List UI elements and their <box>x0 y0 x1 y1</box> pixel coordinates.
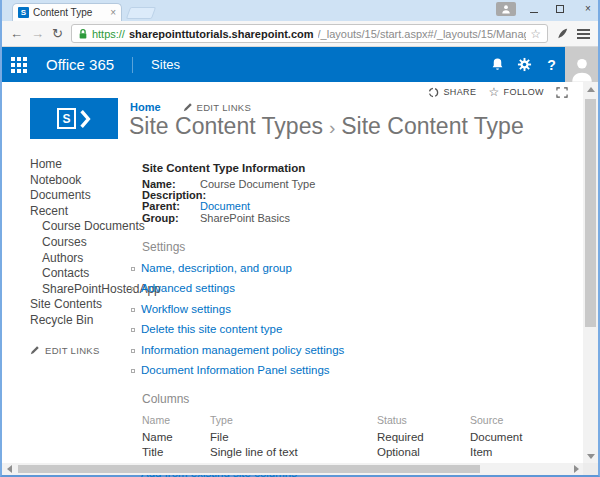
scrollbar-corner <box>583 463 598 475</box>
square-bullet-icon <box>131 267 135 271</box>
settings-heading: Settings <box>142 240 562 254</box>
sidebar-item-recycle-bin[interactable]: Recycle Bin <box>30 313 138 329</box>
breadcrumb: Home EDIT LINKS <box>130 101 251 113</box>
page-title-current: Site Content Type <box>341 113 523 139</box>
column-name-link[interactable]: Title <box>142 447 210 463</box>
settings-link-information-policy[interactable]: Information management policy settings <box>141 345 344 357</box>
page-title-parent[interactable]: Site Content Types <box>129 113 323 139</box>
vertical-scrollbar[interactable] <box>583 82 598 463</box>
page-title: Site Content Types›Site Content Type <box>129 113 524 140</box>
sidebar-item-site-contents[interactable]: Site Contents <box>30 297 138 313</box>
chevron-right-icon <box>79 110 91 128</box>
column-source-link[interactable]: Item <box>470 447 562 463</box>
sidebar-item-authors[interactable]: Authors <box>30 251 138 267</box>
site-logo[interactable]: S <box>30 98 118 139</box>
breadcrumb-home-link[interactable]: Home <box>130 101 161 113</box>
share-button[interactable]: SHARE <box>428 87 476 98</box>
horizontal-scrollbar[interactable] <box>2 463 583 475</box>
account-avatar[interactable] <box>565 47 598 82</box>
column-cell: File <box>210 432 377 448</box>
square-bullet-icon <box>131 369 135 373</box>
pencil-icon <box>30 345 40 355</box>
column-header: Type <box>210 414 377 432</box>
columns-heading: Columns <box>142 392 562 406</box>
scroll-right-icon[interactable] <box>569 463 583 475</box>
window-controls: × <box>496 2 594 16</box>
column-header: Status <box>377 414 470 432</box>
settings-link-delete[interactable]: Delete this site content type <box>141 324 282 336</box>
back-icon[interactable]: ← <box>10 26 23 41</box>
square-bullet-icon <box>131 308 135 312</box>
top-edit-links[interactable]: EDIT LINKS <box>183 102 252 113</box>
maximize-button[interactable] <box>556 5 568 13</box>
browser-profile-icon[interactable] <box>496 2 516 16</box>
settings-link-document-information-panel[interactable]: Document Information Panel settings <box>141 365 330 377</box>
extension-icon[interactable] <box>556 27 569 40</box>
column-cell: Required <box>377 432 470 448</box>
settings-gear-icon[interactable] <box>511 47 538 82</box>
app-launcher-icon[interactable] <box>2 47 36 82</box>
horizontal-scroll-thumb[interactable] <box>18 465 480 473</box>
follow-button[interactable]: ☆ FOLLOW <box>488 85 544 99</box>
url-domain: sharepointtutorials.sharepoint.com <box>129 28 314 40</box>
office-365-brand[interactable]: Office 365 <box>46 56 114 73</box>
browser-tab[interactable]: S Content Type × <box>12 3 122 21</box>
focus-button[interactable] <box>556 87 568 98</box>
browser-window: S Content Type × × ← → ↻ https://sharepo <box>0 0 600 477</box>
suite-divider <box>132 57 133 73</box>
notifications-bell-icon[interactable] <box>484 47 511 82</box>
browser-menu-icon[interactable] <box>577 29 590 39</box>
info-row-group: Group: SharePoint Basics <box>142 213 562 224</box>
sidebar-item-sharepointhostedapp[interactable]: SharePointHostedApp <box>30 282 138 298</box>
tab-close-icon[interactable]: × <box>110 7 116 18</box>
close-button[interactable]: × <box>582 4 594 14</box>
sidebar-item-notebook[interactable]: Notebook <box>30 173 138 189</box>
sharepoint-favicon-icon: S <box>18 7 29 18</box>
minimize-button[interactable] <box>530 5 542 13</box>
sidebar-item-course-documents[interactable]: Course Documents <box>30 219 138 235</box>
page-body: SHARE ☆ FOLLOW S Home <box>2 82 598 475</box>
address-bar[interactable]: https://sharepointtutorials.sharepoint.c… <box>71 24 548 43</box>
parent-content-type-link[interactable]: Document <box>200 201 250 212</box>
scroll-left-icon[interactable] <box>2 463 16 475</box>
title-separator: › <box>323 117 341 138</box>
sidebar-item-home[interactable]: Home <box>30 157 138 173</box>
sidebar-item-contacts[interactable]: Contacts <box>30 266 138 282</box>
settings-link-advanced[interactable]: Advanced settings <box>141 283 235 295</box>
bookmark-star-icon[interactable]: ☆ <box>530 27 541 41</box>
column-source-link[interactable]: Document <box>470 432 562 448</box>
column-cell: Optional <box>377 447 470 463</box>
url-scheme: https:// <box>92 28 125 40</box>
column-cell: Name <box>142 432 210 448</box>
square-bullet-icon <box>131 349 135 353</box>
focus-icon <box>556 87 568 98</box>
scroll-down-icon[interactable] <box>583 449 598 463</box>
browser-toolbar: ← → ↻ https://sharepointtutorials.sharep… <box>2 21 598 47</box>
new-tab-button[interactable] <box>126 7 156 19</box>
square-bullet-icon <box>131 287 135 291</box>
share-icon <box>428 87 439 98</box>
sidebar-item-recent[interactable]: Recent <box>30 204 138 220</box>
sharepoint-logo-icon: S <box>57 108 76 129</box>
column-header: Name <box>142 414 210 432</box>
main-content: Site Content Type Information Name: Cour… <box>142 162 562 477</box>
settings-link-name-description-group[interactable]: Name, description, and group <box>141 263 292 275</box>
left-navigation: Home Notebook Documents Recent Course Do… <box>30 157 138 356</box>
columns-table: Name Type Status Source Name File Requir… <box>142 414 562 463</box>
column-header: Source <box>470 414 562 432</box>
forward-icon[interactable]: → <box>31 26 44 41</box>
column-cell: Single line of text <box>210 447 377 463</box>
help-icon[interactable]: ? <box>538 47 565 82</box>
sidebar-item-courses[interactable]: Courses <box>30 235 138 251</box>
sidebar-item-documents[interactable]: Documents <box>30 188 138 204</box>
scroll-up-icon[interactable] <box>583 82 598 96</box>
sidebar-edit-links[interactable]: EDIT LINKS <box>30 345 138 356</box>
settings-link-workflow[interactable]: Workflow settings <box>141 304 231 316</box>
refresh-icon[interactable]: ↻ <box>52 26 63 41</box>
vertical-scroll-thumb[interactable] <box>585 99 596 327</box>
browser-titlebar: S Content Type × × <box>2 0 598 21</box>
suite-bar: Office 365 Sites ? <box>2 47 598 82</box>
page-actions: SHARE ☆ FOLLOW <box>428 85 568 99</box>
suite-nav-sites[interactable]: Sites <box>151 57 180 72</box>
padlock-icon <box>78 28 88 40</box>
